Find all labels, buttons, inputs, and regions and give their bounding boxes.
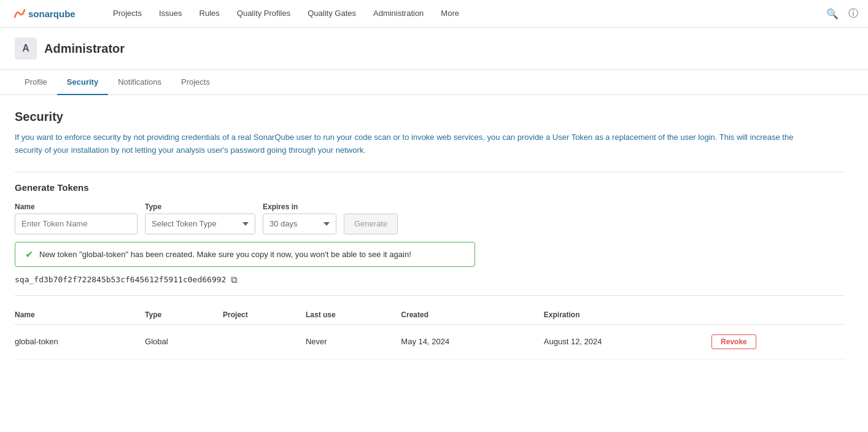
type-label: Type bbox=[145, 202, 255, 211]
nav-item-issues[interactable]: Issues bbox=[150, 0, 191, 28]
help-icon[interactable]: ⓘ bbox=[848, 7, 858, 20]
expires-label: Expires in bbox=[263, 202, 336, 211]
main-content: Security If you want to enforce security… bbox=[0, 95, 859, 374]
expires-field-group: Expires in 30 days 7 days 30 days 90 day… bbox=[263, 202, 336, 234]
tab-notifications[interactable]: Notifications bbox=[108, 70, 171, 95]
nav-links: Projects Issues Rules Quality Profiles Q… bbox=[104, 0, 826, 28]
table-row: global-token Global Never May 14, 2024 A… bbox=[15, 324, 845, 359]
generate-token-form: Name Type Select Token Type Global Analy… bbox=[15, 202, 845, 234]
col-header-created: Created bbox=[401, 306, 543, 325]
nav-item-quality-gates[interactable]: Quality Gates bbox=[299, 0, 365, 28]
expires-select[interactable]: 30 days 7 days 30 days 90 days No expira… bbox=[263, 214, 336, 234]
token-type-cell: Global bbox=[145, 324, 223, 359]
col-header-action bbox=[711, 306, 845, 325]
col-header-name: Name bbox=[15, 306, 145, 325]
name-field-group: Name bbox=[15, 202, 138, 234]
nav-item-administration[interactable]: Administration bbox=[365, 0, 432, 28]
name-label: Name bbox=[15, 202, 138, 211]
user-header: A Administrator bbox=[0, 28, 868, 70]
token-name-cell: global-token bbox=[15, 324, 145, 359]
token-last-use-cell: Never bbox=[306, 324, 401, 359]
navbar: sonarqube Projects Issues Rules Quality … bbox=[0, 0, 868, 28]
generate-button[interactable]: Generate bbox=[344, 214, 398, 234]
copy-icon[interactable]: ⧉ bbox=[231, 274, 238, 285]
token-action-cell: Revoke bbox=[711, 324, 845, 359]
success-check-icon: ✔ bbox=[25, 249, 33, 260]
divider-1 bbox=[15, 172, 845, 172]
tokens-table: Name Type Project Last use Created Expir… bbox=[15, 306, 845, 360]
col-header-expiration: Expiration bbox=[544, 306, 711, 325]
token-project-cell bbox=[223, 324, 306, 359]
nav-search-area: 🔍 ⓘ bbox=[826, 7, 858, 20]
logo[interactable]: sonarqube bbox=[10, 5, 90, 22]
nav-item-more[interactable]: More bbox=[432, 0, 468, 28]
col-header-project: Project bbox=[223, 306, 306, 325]
token-type-select[interactable]: Select Token Type Global Analysis Token … bbox=[145, 214, 255, 234]
col-header-last-use: Last use bbox=[306, 306, 401, 325]
tab-projects[interactable]: Projects bbox=[171, 70, 220, 95]
page-title: Security bbox=[15, 110, 845, 124]
success-message: New token "global-token" has been create… bbox=[39, 250, 411, 259]
user-name: Administrator bbox=[44, 42, 125, 56]
generate-tokens-title: Generate Tokens bbox=[15, 182, 845, 193]
type-field-group: Type Select Token Type Global Analysis T… bbox=[145, 202, 255, 234]
avatar: A bbox=[15, 37, 37, 60]
tab-security[interactable]: Security bbox=[57, 70, 108, 95]
token-value-row: sqa_fd3b70f2f722845b53cf645612f5911c0ed6… bbox=[15, 274, 845, 285]
token-created-cell: May 14, 2024 bbox=[401, 324, 543, 359]
divider-2 bbox=[15, 295, 845, 296]
tab-bar: Profile Security Notifications Projects bbox=[0, 70, 868, 95]
nav-item-projects[interactable]: Projects bbox=[104, 0, 150, 28]
success-banner: ✔ New token "global-token" has been crea… bbox=[15, 242, 475, 267]
svg-text:sonarqube: sonarqube bbox=[28, 9, 76, 19]
token-expiration-cell: August 12, 2024 bbox=[544, 324, 711, 359]
security-description: If you want to enforce security by not p… bbox=[15, 131, 813, 157]
revoke-button[interactable]: Revoke bbox=[711, 334, 756, 349]
nav-item-quality-profiles[interactable]: Quality Profiles bbox=[228, 0, 299, 28]
nav-item-rules[interactable]: Rules bbox=[191, 0, 228, 28]
col-header-type: Type bbox=[145, 306, 223, 325]
search-icon[interactable]: 🔍 bbox=[826, 8, 839, 20]
token-name-input[interactable] bbox=[15, 214, 138, 234]
token-value-text: sqa_fd3b70f2f722845b53cf645612f5911c0ed6… bbox=[15, 275, 226, 284]
tab-profile[interactable]: Profile bbox=[15, 70, 57, 95]
